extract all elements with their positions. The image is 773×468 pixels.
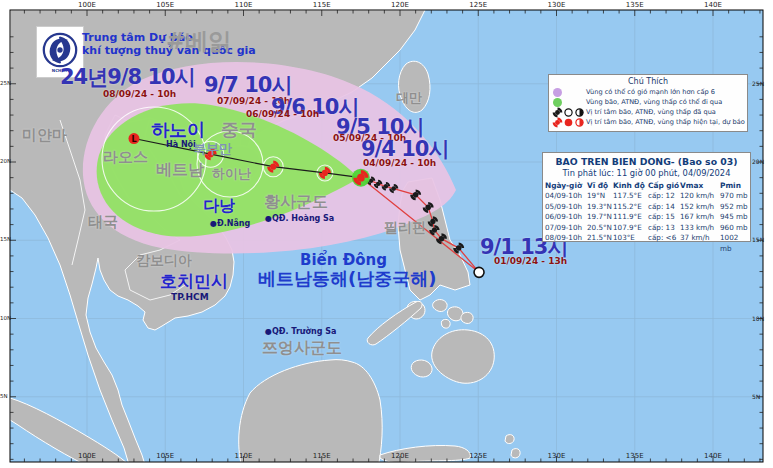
- storm-table-cell: 120 km/h: [680, 191, 720, 202]
- lat-label-right: 10N: [752, 315, 764, 322]
- lon-label-top: 140E: [701, 1, 725, 9]
- legend-item: Vùng có thể có gió mạnh lớn hơn cấp 6: [552, 87, 744, 97]
- legend-symbol-circle-half-red: [574, 117, 585, 127]
- hashtag-watermark: #베읽: [166, 26, 231, 57]
- storm-table-issued: Tin phát lúc: 11 giờ 00 phút, 04/09/2024: [545, 168, 748, 178]
- storm-table-cell: 20.5°N: [587, 223, 613, 234]
- lon-label-top: 125E: [466, 1, 490, 9]
- legend-box: Chú Thích Vùng có thể có gió mạnh lớn hơ…: [548, 74, 748, 132]
- legend-rows: Vùng có thể có gió mạnh lớn hơn cấp 6Vùn…: [552, 87, 744, 127]
- storm-table-cell: 952 mb: [720, 202, 750, 213]
- storm-info-box: BAO TREN BIEN DONG- (Bao so 03) Tin phát…: [542, 152, 751, 242]
- label-hanoi-vn: Hà Nội: [166, 140, 196, 149]
- lat-label-left: 5N: [0, 393, 8, 399]
- label-thailand: 태국: [88, 213, 118, 232]
- lon-label-top: 120E: [388, 1, 412, 9]
- legend-title: Chú Thích: [552, 77, 744, 86]
- label-cambodia: 캄보디아: [136, 252, 192, 270]
- lon-label-bottom: 140E: [701, 452, 725, 460]
- legend-item-symbols: [552, 87, 586, 97]
- lon-label-bottom: 110E: [232, 452, 256, 460]
- storm-table-cell: 19.3°N: [587, 202, 613, 213]
- legend-item: Vùng bão, ATNĐ, vùng thấp có thể đi qua: [552, 97, 744, 107]
- storm-table-cell: 37 km/h: [680, 233, 720, 254]
- storm-table-cell: 19°N: [587, 191, 613, 202]
- legend-item-symbols: [552, 117, 586, 127]
- legend-item: Vị trí tâm bão, ATNĐ, vùng thấp hiện tại…: [552, 117, 744, 127]
- legend-symbol-circle-half: [574, 107, 585, 117]
- label-vietnam: 베트남: [156, 160, 204, 181]
- label-truongsa-kr: 쯔엉사군도: [262, 338, 342, 359]
- label-danang-vn: ●Đ.Nẵng: [210, 219, 250, 228]
- storm-table-cell: 103°E: [613, 233, 648, 254]
- lon-label-bottom: 125E: [466, 452, 490, 460]
- past-position-start-circle: [474, 267, 484, 277]
- storm-table-cell: 19.7°N: [587, 212, 613, 223]
- storm-table-cell: cấp: 15: [648, 212, 680, 223]
- storm-table-cell: 107.9°E: [613, 223, 648, 234]
- lon-label-top: 100E: [75, 1, 99, 9]
- label-eastsea-kr: 베트남동해(남중국해): [258, 267, 436, 291]
- storm-table-cell: cấp: 14: [648, 202, 680, 213]
- legend-item-label: Vị trí tâm bão, ATNĐ, vùng thấp đã qua: [586, 108, 716, 116]
- typhoon-bulletin-map: L NCHMF Trung tâm Dự báo khí tượng thuỷ …: [0, 0, 773, 468]
- time-9-6-small: 06/09/24 - 10h: [246, 109, 319, 119]
- storm-table-cell: cấp: <6: [648, 233, 680, 254]
- lon-label-top: 105E: [153, 1, 177, 9]
- legend-symbol-storm-black: [552, 107, 563, 117]
- storm-table-cell: 04/09-10h: [545, 191, 587, 202]
- lat-label-right: 15N: [752, 236, 764, 243]
- legend-item-symbols: [552, 97, 586, 107]
- storm-table-cell: 117.5°E: [613, 191, 648, 202]
- label-laos: 라오스: [103, 148, 148, 167]
- label-truongsa-vn: ●QĐ. Trường Sa: [265, 327, 336, 336]
- storm-table-header: Vĩ độ: [587, 180, 613, 191]
- legend-item-label: Vùng bão, ATNĐ, vùng thấp có thể đi qua: [586, 98, 722, 106]
- lat-label-right: 20N: [752, 158, 764, 165]
- lat-label-left: 15N: [0, 236, 11, 242]
- lon-label-top: 130E: [545, 1, 569, 9]
- legend-item: Vị trí tâm bão, ATNĐ, vùng thấp đã qua: [552, 107, 744, 117]
- label-gulf-tonkin: 북부만: [193, 140, 232, 158]
- storm-table-cell: 05/09-10h: [545, 202, 587, 213]
- storm-table-header: Cấp gió: [648, 180, 680, 191]
- legend-item-label: Vị trí tâm bão, ATNĐ, vùng thấp hiện tại…: [586, 118, 745, 126]
- storm-table-header: Ngày-giờ: [545, 180, 587, 191]
- lon-label-top: 115E: [310, 1, 334, 9]
- lat-label-left: 25N: [0, 80, 11, 86]
- storm-table-cell: 167 km/h: [680, 212, 720, 223]
- label-philippines: 필리핀: [384, 219, 426, 237]
- storm-table-cell: 960 mb: [720, 223, 750, 234]
- storm-table-cell: cấp: 13: [648, 223, 680, 234]
- storm-table-cell: 945 mb: [720, 212, 750, 223]
- lon-label-bottom: 100E: [75, 452, 99, 460]
- low-pressure-letter: L: [131, 135, 136, 144]
- legend-symbol-storm-red: [552, 117, 563, 127]
- time-9-4-small: 04/09/24 - 10h: [363, 158, 436, 168]
- lat-label-right: 5N: [752, 393, 760, 400]
- storm-table-cell: cấp: 12: [648, 191, 680, 202]
- storm-table-cell: 115.2°E: [613, 202, 648, 213]
- label-hainan: 하이난: [212, 165, 251, 183]
- storm-table-cell: 06/09-10h: [545, 212, 587, 223]
- label-hcmc-kr: 호치민시: [160, 270, 228, 293]
- legend-symbol-circle-red: [563, 117, 574, 127]
- lon-label-bottom: 115E: [310, 452, 334, 460]
- storm-table-cell: 111.9°E: [613, 212, 648, 223]
- time-9-8-small: 08/09/24 - 10h: [103, 89, 176, 99]
- lon-label-bottom: 130E: [545, 452, 569, 460]
- lon-label-bottom: 120E: [388, 452, 412, 460]
- lon-label-top: 110E: [232, 1, 256, 9]
- lat-label-right: 25N: [752, 80, 764, 87]
- time-9-1-small: 01/09/24 - 13h: [494, 256, 567, 266]
- legend-symbol-dot-purple: [552, 87, 563, 97]
- storm-table-cell: 21.5°N: [587, 233, 613, 254]
- storm-table-cell: 970 mb: [720, 191, 750, 202]
- legend-item-label: Vùng có thể có gió mạnh lớn hơn cấp 6: [586, 88, 715, 96]
- lat-label-left: 10N: [0, 315, 11, 321]
- storm-table-cell: 1002 mb: [720, 233, 750, 254]
- storm-table: Ngày-giờVĩ độKinh độCấp gióVmaxPmin04/09…: [545, 180, 748, 254]
- lat-label-left: 20N: [0, 158, 11, 164]
- storm-table-cell: 08/09-10h: [545, 233, 587, 254]
- legend-symbol-dot-green: [552, 97, 563, 107]
